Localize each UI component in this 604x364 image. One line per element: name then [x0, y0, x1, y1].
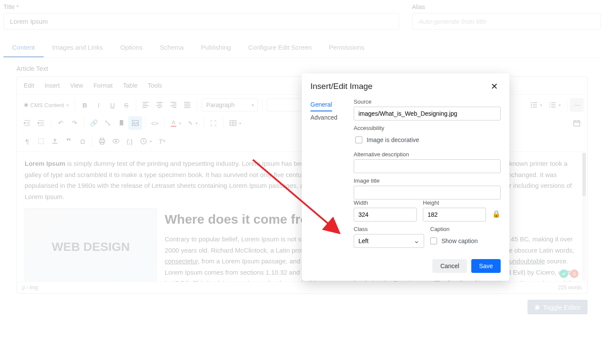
save-button[interactable]: Save [471, 259, 501, 273]
class-label: Class [354, 226, 424, 232]
lock-ratio-button[interactable]: 🔒 [492, 210, 501, 222]
alt-label: Alternative description [354, 151, 501, 158]
height-label: Height [423, 199, 486, 206]
modal-title: Insert/Edit Image [310, 82, 373, 91]
width-input[interactable] [354, 208, 417, 222]
show-caption-checkbox[interactable] [430, 237, 437, 244]
caption-label: Caption [430, 226, 501, 232]
modal-close-button[interactable]: ✕ [488, 80, 501, 92]
modal-tab-advanced[interactable]: Advanced [310, 111, 345, 123]
height-input[interactable] [423, 208, 486, 222]
show-caption-label: Show caption [441, 237, 478, 244]
decorative-checkbox[interactable] [355, 136, 362, 143]
alt-input[interactable] [354, 159, 501, 173]
image-title-label: Image title [354, 177, 501, 184]
source-input[interactable] [354, 107, 501, 120]
accessibility-label: Accessibility [354, 125, 501, 131]
source-label: Source [354, 98, 501, 105]
class-select[interactable]: Left [354, 234, 424, 248]
insert-edit-image-modal: Insert/Edit Image ✕ General Advanced Sou… [302, 73, 509, 281]
decorative-label: Image is decorative [367, 136, 419, 143]
image-title-input[interactable] [354, 186, 501, 199]
width-label: Width [354, 199, 417, 206]
modal-tab-general[interactable]: General [310, 98, 332, 111]
cancel-button[interactable]: Cancel [432, 259, 467, 273]
